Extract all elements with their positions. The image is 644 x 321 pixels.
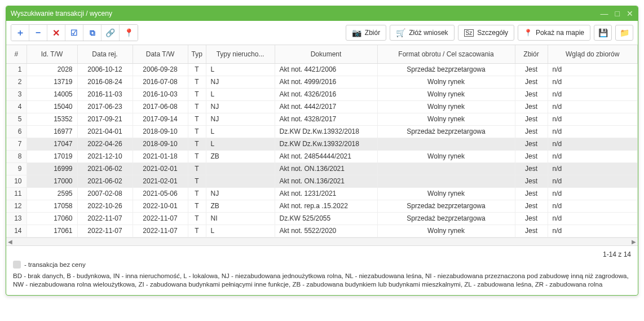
table-row[interactable]: 13170602022-11-072022-11-07TNIDz.KW 525/… [6, 212, 638, 225]
close-icon[interactable]: ✕ [627, 9, 633, 18]
table-row[interactable]: 2137192016-08-242016-07-08TNJAkt not. 49… [6, 76, 638, 88]
table-row[interactable]: 9169992021-06-022021-02-01TAkt not. ON.1… [6, 162, 638, 175]
cell-zbior: Jest [515, 113, 548, 125]
table-row[interactable]: 12170582022-10-262022-10-01TZBAkt not. r… [6, 200, 638, 212]
table-row[interactable]: 120282006-10-122006-09-28TLAkt not. 4421… [6, 63, 638, 76]
table-row[interactable]: 4150402017-06-232017-06-08TNJAkt not. 44… [6, 100, 638, 113]
cell-typy [206, 162, 275, 175]
cell-rej: 2022-04-26 [77, 138, 133, 150]
col-id-header[interactable]: Id. T/W [27, 45, 77, 63]
table-row[interactable]: 8170192021-12-102021-01-18TZBAkt not. 24… [6, 150, 638, 162]
table-row[interactable]: 5153522017-09-212017-09-14TNJAkt not. 43… [6, 113, 638, 125]
cell-rej: 2017-06-23 [77, 100, 133, 113]
legend-block: - transakcja bez ceny BD - brak danych, … [6, 260, 638, 295]
cell-dokument: Akt not. 4326/2016 [275, 88, 377, 100]
cell-id: 15040 [27, 100, 77, 113]
detail-icon: Sz [464, 29, 474, 37]
scroll-left-icon[interactable]: ◀ [6, 238, 14, 246]
cell-tw: 2021-01-18 [133, 150, 188, 162]
marker-button[interactable]: 📍 [120, 25, 138, 41]
col-dokument-header[interactable]: Dokument [275, 45, 377, 63]
cell-id: 17061 [27, 225, 77, 237]
cell-dokument: Akt not. rep.a .15.2022 [275, 200, 377, 212]
cell-format [377, 175, 515, 187]
table-row[interactable]: 10170002021-06-022021-02-01TAkt not. ON.… [6, 175, 638, 187]
cell-zbior: Jest [515, 100, 548, 113]
maximize-icon[interactable]: □ [615, 9, 620, 18]
cell-num: 13 [6, 212, 27, 225]
cell-typ: T [188, 88, 206, 100]
zbior-button[interactable]: 📷 Zbiór [346, 25, 386, 41]
cell-typ: T [188, 138, 206, 150]
cell-rej: 2021-04-01 [77, 125, 133, 138]
cell-typ: T [188, 175, 206, 187]
cell-wglad: n/d [548, 113, 638, 125]
col-typ-header[interactable]: Typ [188, 45, 206, 63]
table-row[interactable]: 1125952007-02-082021-05-06TNJAkt not. 12… [6, 187, 638, 200]
col-data-tw-header[interactable]: Data T/W [133, 45, 188, 63]
cell-num: 8 [6, 150, 27, 162]
col-typy-header[interactable]: Typy nierucho... [206, 45, 275, 63]
cell-id: 17000 [27, 175, 77, 187]
cell-wglad: n/d [548, 187, 638, 200]
folder-button[interactable]: 📁 [615, 25, 633, 41]
cell-wglad: n/d [548, 63, 638, 76]
cell-tw: 2022-11-07 [133, 225, 188, 237]
cell-typy: NJ [206, 100, 275, 113]
col-wglad-header[interactable]: Wgląd do zbiorów [548, 45, 638, 63]
col-zbior-header[interactable]: Zbiór [515, 45, 548, 63]
delete-button[interactable]: ✕ [47, 25, 65, 41]
cell-typy: NJ [206, 187, 275, 200]
szczegoly-button[interactable]: Sz Szczegóły [458, 25, 514, 41]
cell-dokument: Akt not. 4999/2016 [275, 76, 377, 88]
cell-zbior: Jest [515, 88, 548, 100]
cell-wglad: n/d [548, 150, 638, 162]
cell-typy: NJ [206, 113, 275, 125]
cell-tw: 2016-10-03 [133, 88, 188, 100]
cell-num: 2 [6, 76, 27, 88]
cell-typy: L [206, 125, 275, 138]
minimize-icon[interactable]: — [601, 9, 608, 18]
scroll-right-icon[interactable]: ▶ [630, 238, 638, 246]
table-row[interactable]: 7170472022-04-262018-09-10TLDz.KW Dz.Kw.… [6, 138, 638, 150]
cell-tw: 2021-02-01 [133, 162, 188, 175]
cell-zbior: Jest [515, 162, 548, 175]
legend-definitions: BD - brak danych, B - budynkowa, IN - in… [13, 272, 631, 289]
cell-num: 11 [6, 187, 27, 200]
cell-typ: T [188, 200, 206, 212]
cell-format: Sprzedaż bezprzetargowa [377, 125, 515, 138]
cell-zbior: Jest [515, 76, 548, 88]
col-format-header[interactable]: Format obrotu / Cel szacowania [377, 45, 515, 63]
table-row[interactable]: 14170612022-11-072022-11-07TLAkt not. 55… [6, 225, 638, 237]
horizontal-scrollbar[interactable]: ◀ ▶ [6, 238, 638, 245]
col-data-rej-header[interactable]: Data rej. [77, 45, 133, 63]
cell-dokument: Akt not. 4328/2017 [275, 113, 377, 125]
cell-num: 3 [6, 88, 27, 100]
camera-icon: 📷 [352, 28, 361, 37]
link-button[interactable]: 🔗 [102, 25, 120, 41]
zloz-wniosek-button[interactable]: 🛒 Złóż wniosek [390, 25, 454, 41]
cell-typy: L [206, 88, 275, 100]
table-row[interactable]: 6169772021-04-012018-09-10TLDz.KW Dz.Kw.… [6, 125, 638, 138]
check-button[interactable]: ☑ [65, 25, 83, 41]
cell-format [377, 162, 515, 175]
remove-button[interactable]: − [29, 25, 47, 41]
cell-rej: 2017-09-21 [77, 113, 133, 125]
cell-typy: L [206, 138, 275, 150]
cell-id: 15352 [27, 113, 77, 125]
col-num-header[interactable]: # [6, 45, 27, 63]
zloz-label: Złóż wniosek [409, 29, 448, 37]
cell-num: 5 [6, 113, 27, 125]
add-button[interactable]: ＋ [11, 25, 29, 41]
toolbar-left-buttons: ＋ − ✕ ☑ ⧉ 🔗 📍 [11, 24, 138, 41]
copy-button[interactable]: ⧉ [83, 25, 102, 41]
cell-id: 17058 [27, 200, 77, 212]
cell-wglad: n/d [548, 225, 638, 237]
cell-id: 2028 [27, 63, 77, 76]
cell-num: 9 [6, 162, 27, 175]
table-row[interactable]: 3140052016-11-032016-10-03TLAkt not. 432… [6, 88, 638, 100]
cell-rej: 2021-06-02 [77, 162, 133, 175]
mapa-button[interactable]: 📍 Pokaż na mapie [518, 25, 590, 41]
save-button[interactable]: 💾 [594, 25, 612, 41]
cell-typy: NI [206, 212, 275, 225]
